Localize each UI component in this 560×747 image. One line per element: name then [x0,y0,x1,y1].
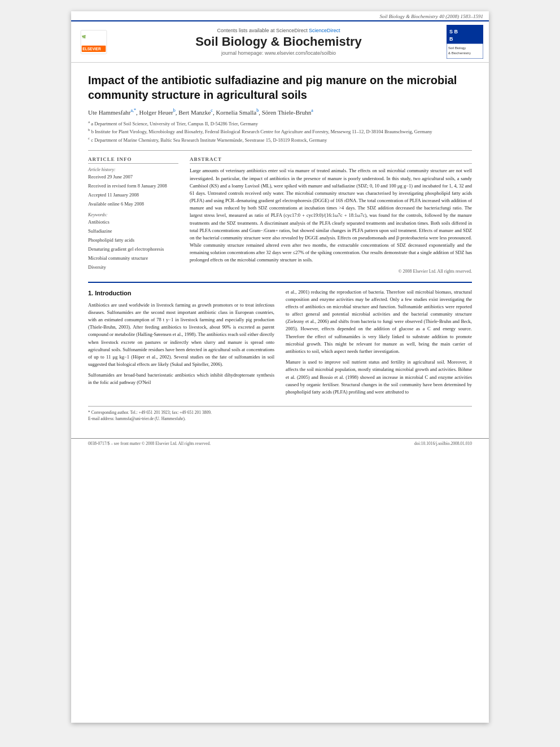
footer-doi: doi:10.1016/j.soilbio.2008.01.010 [414,441,472,446]
available-date: Available online 6 May 2008 [88,201,178,207]
elsevier-logo: 🌿 ELSEVIER [77,29,111,55]
citation-bar: Soil Biology & Biochemistry 40 (2008) 15… [71,11,489,20]
header-divider [88,150,472,151]
accepted-date: Accepted 11 January 2008 [88,192,178,198]
abstract-text: Large amounts of veterinary antibiotics … [190,167,472,264]
keyword-sulfadiazine: Sulfadiazine [88,228,178,234]
keyword-microbial: Microbial community structure [88,255,178,261]
author-thiele-bruhn: Sören Thiele-Bruhn [262,109,311,116]
svg-text:🌿: 🌿 [82,34,86,38]
intro-col-left: 1. Introduction Antibiotics are used wor… [88,289,274,399]
author-manzke: Bert Manzke [178,109,211,116]
keyword-plfa: Phospholipid fatty acids [88,237,178,243]
history-label: Article history: [88,167,178,172]
svg-text:B: B [449,36,453,42]
footer-issn: 0038-0717/$ – see front matter © 2008 El… [88,441,211,446]
intro-para-4: Manure is used to improve soil nutrient … [286,359,472,396]
authors-line: Ute Hammesfahra,*, Holger Heuerb, Bert M… [88,108,472,116]
introduction-section: 1. Introduction Antibiotics are used wor… [88,289,472,399]
journal-homepage: journal homepage: www.elsevier.com/locat… [115,50,442,56]
svg-text:S B: S B [449,29,458,34]
article-info-panel: ARTICLE INFO Article history: Received 2… [88,156,178,273]
header-center: Contents lists available at ScienceDirec… [115,28,442,56]
intro-para-3: et al., 2001) reducing the reproduction … [286,289,472,356]
received-date: Received 29 June 2007 [88,174,178,180]
svg-text:ELSEVIER: ELSEVIER [82,46,101,50]
keywords-label: Keywords: [88,212,178,217]
journal-header: 🌿 ELSEVIER Contents lists available at S… [71,20,489,63]
section-heading: 1. Introduction [88,289,274,298]
keywords-section: Keywords: Antibiotics Sulfadiazine Phosp… [88,212,178,270]
footer-bar: 0038-0717/$ – see front matter © 2008 El… [71,438,489,448]
copyright: © 2008 Elsevier Ltd. All rights reserved… [190,269,472,274]
keyword-diversity: Diversity [88,264,178,270]
corresponding-footnote: * Corresponding author. Tel.: +49 651 20… [88,409,472,416]
author-smalla: Kornelia Smalla [216,109,256,116]
affiliation-c: c c Department of Marine Chemistry, Balt… [88,136,472,144]
article-body: Impact of the antibiotic sulfadiazine an… [71,63,489,434]
body-divider [88,282,472,283]
article-title: Impact of the antibiotic sulfadiazine an… [88,73,472,102]
affiliations: a a Department of Soil Science, Universi… [88,119,472,144]
keyword-dgge: Denaturing gradient gel electrophoresis [88,246,178,252]
intro-para-1: Antibiotics are used worldwide in livest… [88,302,274,369]
author-hammesfahr: Ute Hammesfahr [88,109,130,116]
info-abstract-section: ARTICLE INFO Article history: Received 2… [88,156,472,273]
page: Soil Biology & Biochemistry 40 (2008) 15… [71,11,489,723]
abstract-panel: ABSTRACT Large amounts of veterinary ant… [190,156,472,273]
abstract-title: ABSTRACT [190,156,472,164]
author-heuer: Holger Heuer [139,109,173,116]
intro-col-right: et al., 2001) reducing the reproduction … [286,289,472,399]
affiliation-a: a a Department of Soil Science, Universi… [88,119,472,128]
email-footnote: E-mail address: hammsfa@uni-trier.de (U.… [88,416,472,422]
svg-text:Soil Biology: Soil Biology [448,46,466,50]
intro-para-2: Sulfonamides are broad-band bacteriostat… [88,372,274,386]
svg-text:& Biochemistry: & Biochemistry [448,51,471,55]
journal-citation: Soil Biology & Biochemistry 40 (2008) 15… [380,14,483,19]
keyword-antibiotics: Antibiotics [88,219,178,225]
sbb-logo: S B B Soil Biology & Biochemistry [447,25,483,59]
sciencedirect-link[interactable]: ScienceDirect [309,28,340,33]
revised-date: Received in revised form 8 January 2008 [88,183,178,189]
affiliation-b: b b Institute for Plant Virology, Microb… [88,127,472,136]
footnotes: * Corresponding author. Tel.: +49 651 20… [88,406,472,422]
article-info-title: ARTICLE INFO [88,156,178,164]
contents-available-line: Contents lists available at ScienceDirec… [115,28,442,33]
journal-title: Soil Biology & Biochemistry [115,34,442,49]
